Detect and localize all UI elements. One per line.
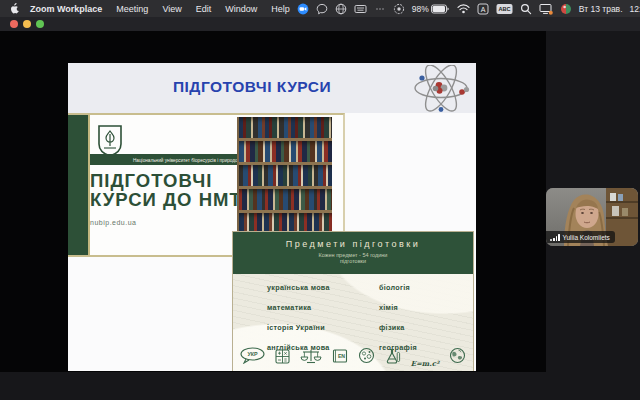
close-window-button[interactable] [10,20,18,28]
menu-item[interactable]: Meeting [109,4,155,14]
zoom-window-titlebar [0,17,640,31]
card-green-sidebar [68,115,90,255]
battery-indicator[interactable]: 98% [412,4,450,14]
menu-item[interactable]: Help [264,4,297,14]
participant-nameplate: Yuliia Kolomiiets [546,231,615,243]
minimize-window-button[interactable] [23,20,31,28]
physics-formula-icon: E=m.c² [411,359,439,368]
atom-icon [412,65,470,116]
subjects-panel-header: Предмети підготовки Кожен предмет - 54 г… [233,232,473,274]
menu-item[interactable]: Zoom Workplace [20,4,109,14]
search-icon[interactable] [520,3,532,15]
shared-slide: ПІДГОТОВЧІ КУРСИ [68,63,476,371]
status-menus: 98% А ABC Вт 13 трав. 12:46 пп [297,3,640,15]
input-source-a-icon[interactable]: А [477,3,489,15]
screen-record-icon[interactable] [393,3,405,15]
scales-icon [300,348,322,368]
subject-label: математика [267,303,330,312]
participant-name: Yuliia Kolomiiets [563,234,610,241]
svg-text:EN: EN [338,353,345,359]
menu-item[interactable]: View [155,4,188,14]
svg-text:ABC: ABC [498,6,510,12]
menu-time[interactable]: 12:46 пп [630,4,640,14]
subjects-right-column: біологіяхіміяфізикагеографія [379,283,417,352]
menu-bar: Zoom WorkplaceMeetingViewEditWindowHelp [0,0,640,17]
control-sphere-icon[interactable] [560,3,572,15]
subjects-panel: Предмети підготовки Кожен предмет - 54 г… [232,231,474,371]
geography-globe-icon [449,347,466,368]
slide-title: ПІДГОТОВЧІ КУРСИ [148,78,356,96]
ukr-speech-icon: УКР [240,347,265,368]
bookshelf-photo [237,117,332,235]
input-source-abc-icon[interactable]: ABC [496,3,513,15]
participant-video-tile[interactable]: Yuliia Kolomiiets [546,188,638,246]
cell-icon [358,347,375,368]
signal-bars-icon [550,234,560,241]
subject-label: хімія [379,303,417,312]
battery-icon [431,4,450,14]
subject-label: українська мова [267,283,330,292]
calculator-icon [275,349,290,368]
menu-item[interactable]: Window [218,4,264,14]
battery-percent: 98% [412,4,429,14]
desktop: Zoom WorkplaceMeetingViewEditWindowHelp [0,0,640,400]
fullscreen-window-button[interactable] [36,20,44,28]
svg-text:УКР: УКР [247,351,258,357]
svg-text:А: А [480,5,485,12]
browser-globe-icon[interactable] [335,3,347,15]
subject-label: історія України [267,323,330,332]
display-dim-icon[interactable] [374,3,386,15]
subjects-panel-body: українська моваматематикаісторія України… [233,274,473,371]
chat-app-icon[interactable] [316,3,328,15]
wifi-icon[interactable] [457,3,470,14]
subject-label: фізика [379,323,417,332]
menu-item[interactable]: Edit [189,4,219,14]
card-title: ПІДГОТОВЧІ КУРСИ ДО НМТ [90,171,242,209]
subject-icons-row: УКР EN [240,349,466,368]
zoom-app-icon[interactable] [297,3,309,15]
keyboard-icon[interactable] [354,3,367,15]
subject-label: біологія [379,283,417,292]
university-website: nubip.edu.ua [90,219,136,226]
subjects-left-column: українська моваматематикаісторія України… [267,283,330,352]
subjects-panel-subtitle: Кожен предмет - 54 години підготовки [243,252,464,265]
menu-date[interactable]: Вт 13 трав. [579,4,623,14]
chemistry-flask-icon [385,348,401,368]
subjects-panel-title: Предмети підготовки [233,232,473,249]
apple-menu-icon[interactable] [9,0,20,18]
en-book-icon: EN [332,349,348,368]
menu-items: Zoom WorkplaceMeetingViewEditWindowHelp [20,4,297,14]
slide-header: ПІДГОТОВЧІ КУРСИ [68,63,476,113]
screen-mirroring-icon[interactable] [539,3,553,15]
